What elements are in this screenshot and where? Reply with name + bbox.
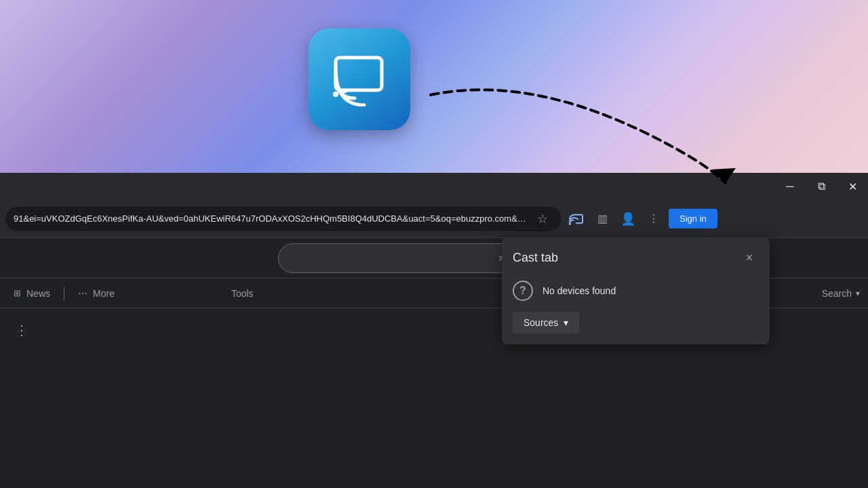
cast-popup-title: Cast tab bbox=[513, 251, 558, 265]
more-tab-label: More bbox=[93, 288, 115, 299]
omnibox[interactable]: 91&ei=uVKOZdGqEc6XnesPifKa-AU&ved=0ahUKE… bbox=[5, 207, 561, 231]
chrome-toolbar: 91&ei=uVKOZdGqEc6XnesPifKa-AU&ved=0ahUKE… bbox=[0, 200, 868, 238]
minimize-button[interactable]: ─ bbox=[774, 173, 806, 200]
three-dots-icon: ⋮ bbox=[648, 212, 660, 225]
cast-app-icon bbox=[309, 28, 414, 140]
cast-button[interactable] bbox=[566, 208, 587, 230]
tools-label: Tools bbox=[231, 288, 254, 299]
tab-search[interactable]: Search ▾ bbox=[814, 288, 868, 299]
star-icon: ☆ bbox=[537, 211, 548, 226]
svg-rect-0 bbox=[336, 58, 382, 90]
maximize-button[interactable]: ⧉ bbox=[806, 173, 837, 200]
sources-button[interactable]: Sources ▾ bbox=[513, 312, 579, 333]
no-devices-text: No devices found bbox=[542, 285, 616, 296]
search-dropdown-icon: ▾ bbox=[856, 289, 860, 298]
news-grid-icon: ⊞ bbox=[14, 288, 21, 298]
url-text: 91&ei=uVKOZdGqEc6XnesPifKa-AU&ved=0ahUKE… bbox=[14, 214, 526, 224]
sources-label: Sources bbox=[524, 317, 558, 328]
maximize-icon: ⧉ bbox=[818, 180, 825, 192]
toolbar-sign-in-button[interactable]: Sign in bbox=[669, 209, 717, 228]
cast-popup: Cast tab × ? No devices found Sources ▾ bbox=[502, 237, 770, 344]
desktop-background bbox=[0, 0, 868, 180]
tab-tools[interactable]: Tools bbox=[223, 288, 262, 299]
cast-popup-body: ? No devices found Sources ▾ bbox=[502, 275, 770, 344]
page-menu-button[interactable]: ⋮ bbox=[11, 319, 33, 341]
cast-icon bbox=[569, 213, 584, 225]
cast-popup-close-button[interactable]: × bbox=[740, 248, 759, 267]
tab-separator bbox=[64, 287, 64, 300]
help-icon: ? bbox=[513, 281, 533, 301]
minimize-icon: ─ bbox=[786, 180, 793, 192]
svg-point-1 bbox=[333, 92, 338, 97]
sidebar-button[interactable]: ▥ bbox=[591, 208, 613, 230]
profile-icon: 👤 bbox=[620, 211, 635, 226]
chrome-titlebar: ─ ⧉ ✕ bbox=[0, 173, 868, 200]
chrome-menu-button[interactable]: ⋮ bbox=[643, 208, 665, 230]
sidebar-icon: ▥ bbox=[597, 212, 608, 225]
tab-more[interactable]: ⋯ More bbox=[67, 282, 125, 305]
cast-app-icon-svg bbox=[329, 52, 390, 106]
search-tab-label: Search bbox=[822, 288, 852, 299]
close-icon: ✕ bbox=[848, 180, 857, 193]
news-tab-label: News bbox=[26, 288, 50, 299]
more-dots-icon: ⋯ bbox=[78, 288, 87, 299]
close-button[interactable]: ✕ bbox=[837, 173, 868, 200]
cast-popup-header: Cast tab × bbox=[502, 237, 770, 275]
bookmark-button[interactable]: ☆ bbox=[532, 208, 553, 230]
no-devices-row: ? No devices found bbox=[513, 281, 759, 301]
three-dot-icon: ⋮ bbox=[15, 322, 28, 338]
sources-dropdown-icon: ▾ bbox=[564, 317, 568, 328]
svg-point-3 bbox=[569, 222, 571, 225]
profile-button[interactable]: 👤 bbox=[617, 208, 639, 230]
tab-news[interactable]: ⊞ News bbox=[3, 282, 61, 305]
